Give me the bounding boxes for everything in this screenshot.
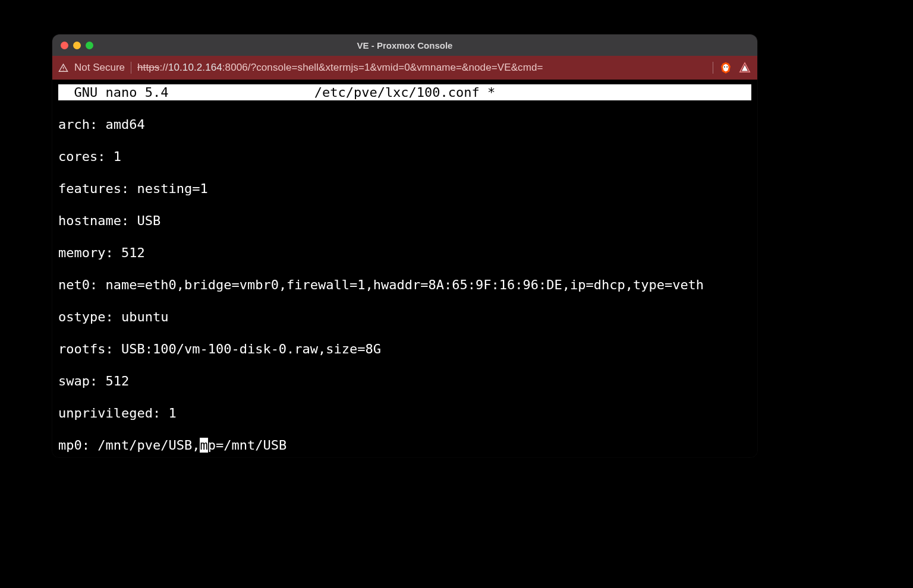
conf-line-net0: net0: name=eth0,bridge=vmbr0,firewall=1,… <box>58 277 751 293</box>
titlebar: VE - Proxmox Console <box>52 34 757 56</box>
svg-point-2 <box>724 67 725 68</box>
svg-point-3 <box>726 67 728 68</box>
maximize-icon[interactable] <box>86 42 93 49</box>
nano-editor[interactable]: arch: amd64 cores: 1 features: nesting=1… <box>58 100 751 457</box>
url-scheme: https <box>137 62 159 73</box>
close-icon[interactable] <box>61 42 68 49</box>
nano-header: GNU nano 5.4 /etc/pve/lxc/100.conf * <box>58 84 751 100</box>
svg-point-1 <box>63 69 64 70</box>
browser-toolbar: Not Secure https://10.10.2.164:8006/?con… <box>52 56 757 80</box>
window-controls <box>52 42 93 49</box>
app-window: VE - Proxmox Console Not Secure https://… <box>52 34 757 457</box>
url-sep: :// <box>159 62 168 73</box>
minimize-icon[interactable] <box>73 42 81 49</box>
conf-line-unprivileged: unprivileged: 1 <box>58 405 751 421</box>
conf-line-swap: swap: 512 <box>58 373 751 389</box>
conf-line-features: features: nesting=1 <box>58 181 751 197</box>
terminal[interactable]: GNU nano 5.4 /etc/pve/lxc/100.conf * arc… <box>52 80 757 457</box>
conf-line-memory: memory: 512 <box>58 245 751 261</box>
window-title: VE - Proxmox Console <box>52 40 757 50</box>
warning-icon <box>58 63 68 73</box>
conf-line-rootfs: rootfs: USB:100/vm-100-disk-0.raw,size=8… <box>58 341 751 357</box>
conf-line-mp0: mp0: /mnt/pve/USB,mp=/mnt/USB <box>58 437 751 453</box>
not-secure-label: Not Secure <box>74 62 125 74</box>
cursor: m <box>200 438 207 453</box>
url-host: 10.10.2.164 <box>168 62 222 73</box>
address-bar[interactable]: https://10.10.2.164:8006/?console=shell&… <box>137 62 543 74</box>
conf-line-ostype: ostype: ubuntu <box>58 309 751 325</box>
brave-lion-icon[interactable] <box>719 61 732 74</box>
toolbar-divider <box>713 62 713 74</box>
conf-line-arch: arch: amd64 <box>58 116 751 132</box>
url-rest: :8006/?console=shell&xtermjs=1&vmid=0&vm… <box>222 62 543 73</box>
conf-line-cores: cores: 1 <box>58 148 751 165</box>
nano-version: GNU nano 5.4 <box>74 84 168 100</box>
toolbar-divider <box>131 62 131 74</box>
brave-shield-icon[interactable] <box>738 61 751 74</box>
conf-line-hostname: hostname: USB <box>58 213 751 229</box>
